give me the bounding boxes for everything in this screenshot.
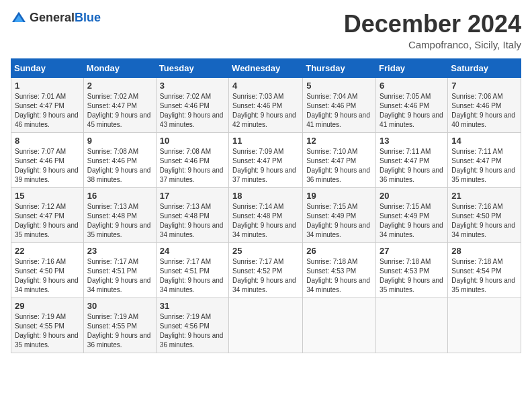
day-number: 22 — [15, 246, 80, 256]
day-detail: Sunrise: 7:17 AMSunset: 4:52 PMDaylight:… — [232, 258, 296, 293]
day-detail: Sunrise: 7:11 AMSunset: 4:47 PMDaylight:… — [380, 148, 443, 183]
day-detail: Sunrise: 7:18 AMSunset: 4:54 PMDaylight:… — [451, 258, 515, 293]
title-section: December 2024 Campofranco, Sicily, Italy — [344, 11, 521, 50]
calendar-day-cell: 26 Sunrise: 7:18 AMSunset: 4:53 PMDaylig… — [303, 242, 376, 298]
day-detail: Sunrise: 7:14 AMSunset: 4:48 PMDaylight:… — [232, 203, 296, 238]
day-detail: Sunrise: 7:03 AMSunset: 4:46 PMDaylight:… — [232, 93, 296, 128]
calendar-row: 8 Sunrise: 7:07 AMSunset: 4:46 PMDayligh… — [11, 132, 521, 187]
day-number: 27 — [380, 246, 444, 256]
day-detail: Sunrise: 7:18 AMSunset: 4:53 PMDaylight:… — [380, 258, 443, 293]
day-number: 23 — [87, 246, 152, 256]
day-number: 13 — [380, 136, 444, 146]
calendar-day-cell: 1 Sunrise: 7:01 AMSunset: 4:47 PMDayligh… — [11, 77, 84, 132]
day-number: 10 — [160, 136, 225, 146]
day-detail: Sunrise: 7:12 AMSunset: 4:47 PMDaylight:… — [15, 203, 79, 238]
day-number: 5 — [306, 81, 372, 91]
day-number: 4 — [232, 81, 299, 91]
day-number: 1 — [15, 81, 80, 91]
calendar-day-cell: 28 Sunrise: 7:18 AMSunset: 4:54 PMDaylig… — [448, 242, 521, 298]
calendar-day-cell: 17 Sunrise: 7:13 AMSunset: 4:48 PMDaylig… — [156, 187, 228, 242]
page-header: GeneralBlue December 2024 Campofranco, S… — [11, 11, 521, 50]
day-detail: Sunrise: 7:15 AMSunset: 4:49 PMDaylight:… — [306, 203, 370, 238]
calendar-day-cell: 9 Sunrise: 7:08 AMSunset: 4:46 PMDayligh… — [83, 132, 156, 187]
calendar-day-cell: 12 Sunrise: 7:10 AMSunset: 4:47 PMDaylig… — [303, 132, 376, 187]
calendar-day-cell: 7 Sunrise: 7:06 AMSunset: 4:46 PMDayligh… — [448, 77, 521, 132]
day-number: 9 — [87, 136, 152, 146]
day-detail: Sunrise: 7:19 AMSunset: 4:55 PMDaylight:… — [15, 313, 79, 349]
calendar-day-cell: 29 Sunrise: 7:19 AMSunset: 4:55 PMDaylig… — [11, 298, 84, 353]
calendar-day-cell: 15 Sunrise: 7:12 AMSunset: 4:47 PMDaylig… — [11, 187, 84, 242]
day-detail: Sunrise: 7:05 AMSunset: 4:46 PMDaylight:… — [380, 93, 443, 128]
calendar-day-cell: 19 Sunrise: 7:15 AMSunset: 4:49 PMDaylig… — [303, 187, 376, 242]
header-thursday: Thursday — [303, 58, 376, 77]
day-detail: Sunrise: 7:04 AMSunset: 4:46 PMDaylight:… — [306, 93, 370, 128]
day-number: 6 — [380, 81, 444, 91]
calendar-day-cell: 31 Sunrise: 7:19 AMSunset: 4:56 PMDaylig… — [156, 298, 228, 353]
calendar-day-cell: 11 Sunrise: 7:09 AMSunset: 4:47 PMDaylig… — [229, 132, 303, 187]
day-number: 8 — [15, 136, 80, 146]
empty-cell — [303, 298, 376, 353]
day-number: 15 — [15, 191, 80, 201]
day-detail: Sunrise: 7:16 AMSunset: 4:50 PMDaylight:… — [451, 203, 515, 238]
logo: GeneralBlue — [11, 11, 101, 24]
day-number: 30 — [87, 301, 152, 311]
day-detail: Sunrise: 7:09 AMSunset: 4:47 PMDaylight:… — [232, 148, 296, 183]
day-number: 18 — [232, 191, 299, 201]
day-detail: Sunrise: 7:13 AMSunset: 4:48 PMDaylight:… — [160, 203, 224, 238]
calendar-day-cell: 25 Sunrise: 7:17 AMSunset: 4:52 PMDaylig… — [229, 242, 303, 298]
calendar-table: Sunday Monday Tuesday Wednesday Thursday… — [11, 58, 521, 353]
calendar-day-cell: 10 Sunrise: 7:08 AMSunset: 4:46 PMDaylig… — [156, 132, 228, 187]
logo-text-blue: Blue — [75, 11, 101, 24]
header-friday: Friday — [376, 58, 448, 77]
calendar-row: 1 Sunrise: 7:01 AMSunset: 4:47 PMDayligh… — [11, 77, 521, 132]
day-detail: Sunrise: 7:13 AMSunset: 4:48 PMDaylight:… — [87, 203, 151, 238]
day-number: 3 — [160, 81, 225, 91]
month-title: December 2024 — [344, 11, 521, 38]
empty-cell — [376, 298, 448, 353]
day-detail: Sunrise: 7:18 AMSunset: 4:53 PMDaylight:… — [306, 258, 370, 293]
weekday-header-row: Sunday Monday Tuesday Wednesday Thursday… — [11, 58, 521, 77]
day-detail: Sunrise: 7:17 AMSunset: 4:51 PMDaylight:… — [160, 258, 224, 293]
day-detail: Sunrise: 7:07 AMSunset: 4:46 PMDaylight:… — [15, 148, 79, 183]
header-saturday: Saturday — [448, 58, 521, 77]
day-detail: Sunrise: 7:08 AMSunset: 4:46 PMDaylight:… — [160, 148, 224, 183]
calendar-day-cell: 16 Sunrise: 7:13 AMSunset: 4:48 PMDaylig… — [83, 187, 156, 242]
calendar-day-cell: 2 Sunrise: 7:02 AMSunset: 4:47 PMDayligh… — [83, 77, 156, 132]
calendar-row: 22 Sunrise: 7:16 AMSunset: 4:50 PMDaylig… — [11, 242, 521, 298]
calendar-day-cell: 22 Sunrise: 7:16 AMSunset: 4:50 PMDaylig… — [11, 242, 84, 298]
calendar-day-cell: 4 Sunrise: 7:03 AMSunset: 4:46 PMDayligh… — [229, 77, 303, 132]
calendar-day-cell: 3 Sunrise: 7:02 AMSunset: 4:46 PMDayligh… — [156, 77, 228, 132]
day-number: 11 — [232, 136, 299, 146]
day-number: 28 — [451, 246, 517, 256]
calendar-day-cell: 8 Sunrise: 7:07 AMSunset: 4:46 PMDayligh… — [11, 132, 84, 187]
header-monday: Monday — [83, 58, 156, 77]
day-number: 16 — [87, 191, 152, 201]
header-wednesday: Wednesday — [229, 58, 303, 77]
calendar-day-cell: 21 Sunrise: 7:16 AMSunset: 4:50 PMDaylig… — [448, 187, 521, 242]
day-number: 7 — [451, 81, 517, 91]
day-number: 20 — [380, 191, 444, 201]
day-number: 24 — [160, 246, 225, 256]
calendar-day-cell: 5 Sunrise: 7:04 AMSunset: 4:46 PMDayligh… — [303, 77, 376, 132]
calendar-day-cell: 13 Sunrise: 7:11 AMSunset: 4:47 PMDaylig… — [376, 132, 448, 187]
calendar-day-cell: 6 Sunrise: 7:05 AMSunset: 4:46 PMDayligh… — [376, 77, 448, 132]
header-tuesday: Tuesday — [156, 58, 228, 77]
day-number: 19 — [306, 191, 372, 201]
day-detail: Sunrise: 7:10 AMSunset: 4:47 PMDaylight:… — [306, 148, 370, 183]
day-number: 31 — [160, 301, 225, 311]
calendar-row: 29 Sunrise: 7:19 AMSunset: 4:55 PMDaylig… — [11, 298, 521, 353]
day-detail: Sunrise: 7:02 AMSunset: 4:46 PMDaylight:… — [160, 93, 224, 128]
day-detail: Sunrise: 7:11 AMSunset: 4:47 PMDaylight:… — [451, 148, 515, 183]
calendar-day-cell: 20 Sunrise: 7:15 AMSunset: 4:49 PMDaylig… — [376, 187, 448, 242]
calendar-day-cell: 30 Sunrise: 7:19 AMSunset: 4:55 PMDaylig… — [83, 298, 156, 353]
calendar-day-cell: 14 Sunrise: 7:11 AMSunset: 4:47 PMDaylig… — [448, 132, 521, 187]
day-detail: Sunrise: 7:02 AMSunset: 4:47 PMDaylight:… — [87, 93, 151, 128]
logo-text-general: General — [30, 11, 75, 24]
day-number: 14 — [451, 136, 517, 146]
calendar-row: 15 Sunrise: 7:12 AMSunset: 4:47 PMDaylig… — [11, 187, 521, 242]
day-number: 25 — [232, 246, 299, 256]
day-detail: Sunrise: 7:19 AMSunset: 4:55 PMDaylight:… — [87, 313, 151, 349]
calendar-day-cell: 18 Sunrise: 7:14 AMSunset: 4:48 PMDaylig… — [229, 187, 303, 242]
day-number: 26 — [306, 246, 372, 256]
logo-icon — [11, 11, 27, 24]
